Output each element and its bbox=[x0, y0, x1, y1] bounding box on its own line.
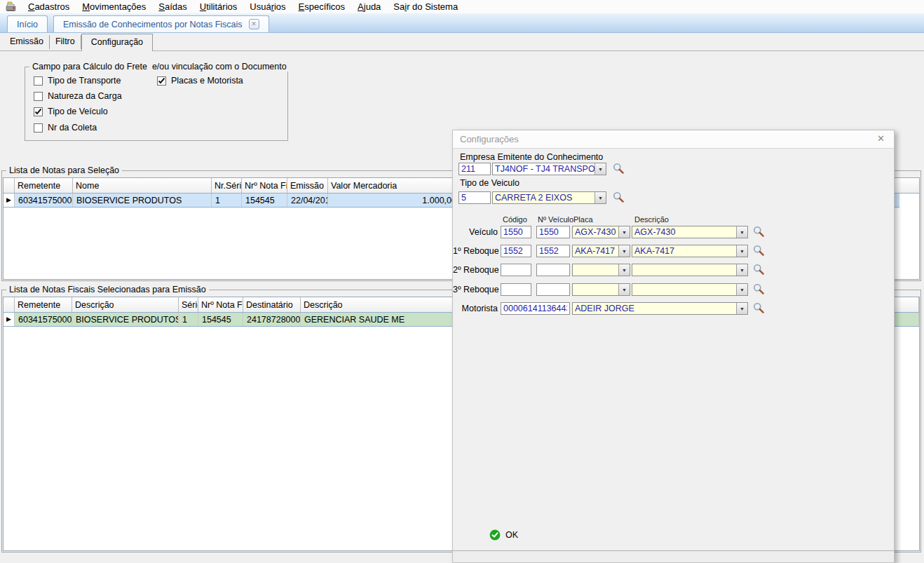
subtab-emissao[interactable]: Emissão bbox=[4, 35, 50, 49]
2-reboque-descricao-value bbox=[632, 264, 736, 276]
1-reboque-codigo-input[interactable] bbox=[501, 245, 531, 257]
2-reboque-descricao-combobox[interactable]: ▼ bbox=[632, 264, 748, 276]
chevron-down-icon[interactable]: ▼ bbox=[618, 264, 630, 276]
chevron-down-icon[interactable]: ▼ bbox=[736, 303, 747, 314]
checkbox-placas-e-motorista[interactable]: Placas e Motorista bbox=[157, 76, 243, 86]
menu-item-saidas[interactable]: Saídas bbox=[152, 0, 193, 13]
checkbox-label: Natureza da Carga bbox=[48, 91, 122, 101]
chevron-down-icon[interactable]: ▼ bbox=[736, 264, 747, 276]
chevron-down-icon[interactable]: ▼ bbox=[618, 284, 630, 295]
checkbox-tipo-de-veiculo[interactable]: Tipo de Veículo bbox=[34, 107, 108, 116]
2-reboque-nr-veiculo-input[interactable] bbox=[536, 264, 570, 276]
3-reboque-placa-value bbox=[573, 284, 618, 295]
column-header-nr-serie[interactable]: Nr.Série bbox=[212, 178, 242, 193]
column-header-nr-nota-fiscal[interactable]: Nrº Nota Fiscal bbox=[242, 178, 287, 193]
3-reboque-search-icon[interactable] bbox=[753, 283, 765, 295]
tipo-veiculo-combobox[interactable]: CARRETA 2 EIXOS ▼ bbox=[492, 191, 606, 204]
cell-remetente: 60341575000108 bbox=[15, 194, 73, 207]
subtab-filtro[interactable]: Filtro bbox=[50, 35, 81, 49]
menu-item-cadastros[interactable]: Cadastros bbox=[22, 0, 76, 13]
dialog-body: Empresa Emitente do Conhecimento TJ4NOF … bbox=[453, 149, 894, 562]
dialog-close-icon[interactable]: ✕ bbox=[877, 133, 885, 144]
motorista-code-input[interactable] bbox=[501, 302, 570, 315]
tab-close-icon[interactable]: ✕ bbox=[249, 19, 259, 29]
menu-item-ajuda[interactable]: Ajuda bbox=[351, 0, 387, 13]
column-header-selector[interactable] bbox=[4, 178, 15, 193]
motorista-search-icon[interactable] bbox=[753, 302, 765, 314]
checkbox-nr-da-coleta[interactable]: Nr da Coleta bbox=[34, 123, 97, 133]
empresa-label: Empresa Emitente do Conhecimento bbox=[460, 152, 603, 162]
notes-selection-legend: Lista de Notas para Seleção bbox=[6, 165, 122, 175]
checkbox-box bbox=[34, 76, 43, 86]
document-tabstrip: InícioEmissão de Conhecimentos por Notas… bbox=[0, 13, 924, 33]
tab-inicio[interactable]: Início bbox=[7, 15, 48, 32]
veiculo-search-icon[interactable] bbox=[753, 226, 765, 238]
3-reboque-label: 3º Reboque bbox=[453, 285, 498, 294]
3-reboque-nr-veiculo-input[interactable] bbox=[536, 283, 570, 296]
checkbox-tipo-de-transporte[interactable]: Tipo de Transporte bbox=[34, 76, 121, 86]
tipo-veiculo-combobox-value: CARRETA 2 EIXOS bbox=[493, 192, 595, 203]
tab-emissao-de-conhecimentos-por-notas-fiscais[interactable]: Emissão de Conhecimentos por Notas Fisca… bbox=[53, 15, 269, 32]
empresa-code-input[interactable] bbox=[458, 163, 491, 175]
menu-item-utilitarios[interactable]: Utilitários bbox=[193, 0, 243, 13]
row-marker-icon: ▶ bbox=[6, 316, 11, 323]
chevron-down-icon[interactable]: ▼ bbox=[736, 284, 747, 295]
motorista-combobox[interactable]: ADEIR JORGE▼ bbox=[572, 302, 748, 315]
chevron-down-icon[interactable]: ▼ bbox=[595, 163, 606, 175]
1-reboque-placa-combobox[interactable]: AKA-7417▼ bbox=[572, 245, 630, 257]
column-header-descricao[interactable]: Descrição bbox=[72, 297, 179, 312]
column-header-nome[interactable]: Nome bbox=[73, 178, 212, 193]
ok-button[interactable]: OK bbox=[489, 529, 518, 541]
ok-check-icon bbox=[489, 529, 501, 541]
veiculo-descricao-combobox[interactable]: AGX-7430▼ bbox=[632, 226, 748, 238]
2-reboque-placa-combobox[interactable]: ▼ bbox=[572, 264, 630, 276]
empresa-combobox[interactable]: TJ4NOF - TJ4 TRANSPORTES LTDA E ▼ bbox=[492, 163, 606, 175]
menu-item-especificos[interactable]: Específicos bbox=[292, 0, 351, 13]
tipo-veiculo-search-icon[interactable] bbox=[613, 191, 625, 203]
tipo-veiculo-label: Tipo de Veiculo bbox=[460, 178, 519, 188]
selected-notes-legend: Lista de Notas Fiscais Selecionadas para… bbox=[6, 285, 209, 294]
empresa-combobox-value: TJ4NOF - TJ4 TRANSPORTES LTDA E bbox=[493, 163, 595, 175]
grid-header-descricao: Descrição bbox=[634, 215, 669, 224]
chevron-down-icon[interactable]: ▼ bbox=[618, 226, 630, 238]
veiculo-nr-veiculo-input[interactable] bbox=[536, 226, 570, 238]
menu-item-movimentacoes[interactable]: Movimentações bbox=[76, 0, 152, 13]
cell-destinatario: 24178728000176 bbox=[243, 313, 301, 326]
tab-label: Emissão de Conhecimentos por Notas Fisca… bbox=[63, 20, 243, 29]
column-header-selector[interactable] bbox=[4, 297, 15, 312]
column-header-remetente[interactable]: Remetente bbox=[15, 178, 73, 193]
2-reboque-codigo-input[interactable] bbox=[501, 264, 531, 276]
empresa-search-icon[interactable] bbox=[613, 163, 625, 175]
chevron-down-icon[interactable]: ▼ bbox=[618, 245, 630, 257]
column-header-remetente[interactable]: Remetente bbox=[15, 297, 72, 312]
menu-item-usuarios[interactable]: Usuários bbox=[243, 0, 292, 13]
subtab-configuracao[interactable]: Configuração bbox=[81, 34, 153, 51]
column-header-destinatario[interactable]: Destinatário bbox=[243, 297, 301, 312]
row-marker-icon: ▶ bbox=[6, 197, 11, 203]
veiculo-codigo-input[interactable] bbox=[501, 226, 531, 238]
grid-header-codigo: Código bbox=[503, 215, 527, 224]
motorista-label: Motorista bbox=[453, 304, 498, 313]
1-reboque-descricao-combobox[interactable]: AKA-7417▼ bbox=[632, 245, 748, 257]
column-header-nr-nota-fiscal[interactable]: Nrº Nota Fiscal bbox=[198, 297, 243, 312]
menu-item-sair-do-sistema[interactable]: Sair do Sistema bbox=[387, 0, 464, 13]
3-reboque-placa-combobox[interactable]: ▼ bbox=[572, 283, 630, 296]
2-reboque-label: 2º Reboque bbox=[453, 265, 498, 275]
motorista-combobox-value: ADEIR JORGE bbox=[573, 303, 736, 314]
chevron-down-icon[interactable]: ▼ bbox=[736, 245, 747, 257]
column-header-emissao[interactable]: Emissão bbox=[287, 178, 328, 193]
chevron-down-icon[interactable]: ▼ bbox=[736, 226, 747, 238]
veiculo-placa-combobox[interactable]: AGX-7430▼ bbox=[572, 226, 630, 238]
3-reboque-descricao-combobox[interactable]: ▼ bbox=[632, 283, 748, 296]
2-reboque-search-icon[interactable] bbox=[753, 264, 765, 276]
grid-header-n-veiculo: Nº Veículo bbox=[538, 215, 573, 224]
1-reboque-search-icon[interactable] bbox=[753, 245, 765, 257]
column-header-valor-mercadoria[interactable]: Valor Mercadoria bbox=[328, 178, 461, 193]
chevron-down-icon[interactable]: ▼ bbox=[595, 192, 606, 203]
1-reboque-nr-veiculo-input[interactable] bbox=[536, 245, 570, 257]
tipo-veiculo-code-input[interactable] bbox=[458, 191, 491, 204]
column-header-serie[interactable]: Série bbox=[179, 297, 198, 312]
3-reboque-codigo-input[interactable] bbox=[501, 283, 531, 296]
app-icon bbox=[6, 1, 17, 12]
checkbox-natureza-da-carga[interactable]: Natureza da Carga bbox=[34, 91, 122, 101]
